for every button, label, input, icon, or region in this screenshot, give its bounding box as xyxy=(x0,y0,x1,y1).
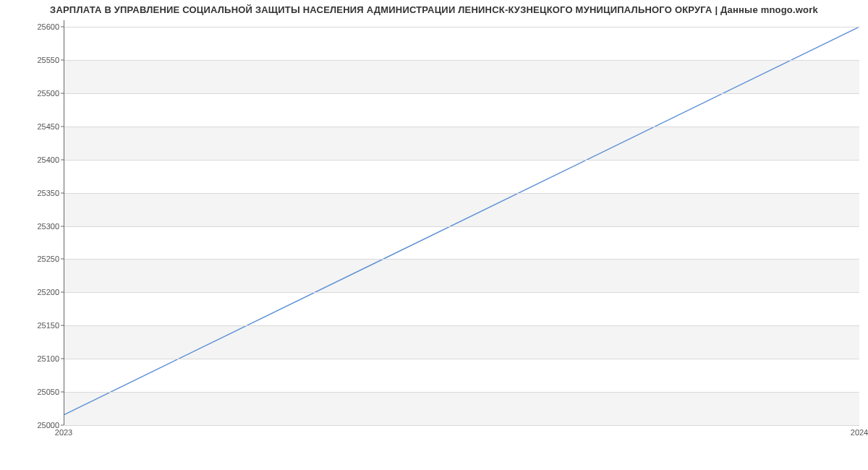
gridline xyxy=(64,127,859,127)
y-tick-label: 25600 xyxy=(1,22,59,31)
gridline xyxy=(64,259,859,260)
x-tick-label: 2024 xyxy=(851,428,868,437)
gridline xyxy=(64,325,859,326)
y-tick-mark xyxy=(61,159,64,160)
y-tick-mark xyxy=(61,292,64,293)
gridline xyxy=(64,425,859,426)
gridline xyxy=(64,193,859,194)
y-tick-label: 25200 xyxy=(1,288,59,296)
x-tick-label: 2023 xyxy=(55,428,72,437)
gridline xyxy=(64,292,859,293)
y-tick-mark xyxy=(61,425,64,426)
gridline xyxy=(64,359,859,359)
y-tick-mark xyxy=(61,192,64,193)
y-tick-mark xyxy=(61,126,64,127)
y-tick-label: 25350 xyxy=(1,189,59,197)
y-tick-label: 25150 xyxy=(1,321,59,330)
y-tick-label: 25400 xyxy=(1,155,59,164)
y-tick-mark xyxy=(61,259,64,260)
y-tick-mark xyxy=(61,93,64,93)
chart-title: ЗАРПЛАТА В УПРАВЛЕНИЕ СОЦИАЛЬНОЙ ЗАЩИТЫ … xyxy=(0,4,868,15)
gridline xyxy=(64,93,859,94)
series-line xyxy=(64,27,859,414)
y-tick-label: 25100 xyxy=(1,354,59,363)
y-tick-mark xyxy=(61,226,64,226)
plot-area xyxy=(64,20,859,425)
y-tick-mark xyxy=(61,325,64,326)
y-tick-mark xyxy=(61,27,64,27)
y-tick-label: 25050 xyxy=(1,388,59,396)
gridline xyxy=(64,27,859,27)
y-tick-label: 25300 xyxy=(1,222,59,231)
y-tick-mark xyxy=(61,392,64,393)
y-tick-label: 25250 xyxy=(1,255,59,263)
y-tick-mark xyxy=(61,60,64,61)
chart-container: ЗАРПЛАТА В УПРАВЛЕНИЕ СОЦИАЛЬНОЙ ЗАЩИТЫ … xyxy=(0,0,868,470)
y-tick-label: 25500 xyxy=(1,89,59,98)
gridline xyxy=(64,160,859,161)
gridline xyxy=(64,226,859,227)
gridline xyxy=(64,60,859,61)
line-layer xyxy=(64,20,859,424)
y-tick-mark xyxy=(61,359,64,359)
y-tick-label: 25550 xyxy=(1,56,59,64)
y-tick-label: 25450 xyxy=(1,122,59,131)
gridline xyxy=(64,392,859,393)
y-tick-label: 25000 xyxy=(1,421,59,430)
